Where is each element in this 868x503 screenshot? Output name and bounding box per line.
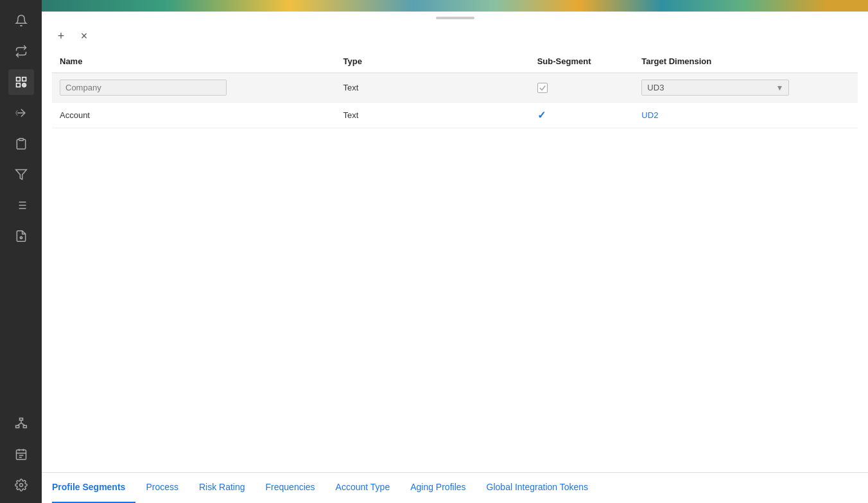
report-view-icon[interactable] — [8, 223, 34, 249]
main-area: + × Name Type Sub-Segment Target Dimensi… — [42, 0, 868, 503]
target-cell[interactable]: UD3 ▼ — [634, 73, 858, 103]
table-container: Name Type Sub-Segment Target Dimension T… — [42, 50, 868, 472]
bell-icon[interactable] — [8, 8, 34, 33]
table-row[interactable]: Text UD — [52, 73, 858, 103]
chevron-down-icon: ▼ — [776, 83, 783, 92]
filter-icon[interactable] — [8, 162, 34, 187]
content-area: + × Name Type Sub-Segment Target Dimensi… — [42, 12, 868, 503]
svg-rect-2 — [16, 83, 20, 87]
svg-point-28 — [19, 484, 22, 487]
list-icon[interactable] — [8, 192, 34, 218]
tab-aging-profiles[interactable]: Aging Profiles — [400, 473, 476, 504]
subsegment-checkmark: ✓ — [537, 109, 546, 121]
top-banner — [42, 0, 868, 12]
sync-icon[interactable] — [8, 38, 34, 64]
transfer-icon[interactable] — [8, 100, 34, 126]
tab-frequencies[interactable]: Frequencies — [256, 473, 326, 504]
name-cell: Account — [52, 103, 336, 128]
col-header-target: Target Dimension — [634, 50, 858, 73]
drag-handle-bar — [436, 17, 474, 19]
subseg-cell[interactable]: ✓ — [530, 103, 634, 128]
target-select-value: UD3 — [647, 83, 776, 92]
svg-rect-7 — [19, 139, 23, 141]
target-cell: UD2 — [634, 103, 858, 128]
col-header-type: Type — [336, 50, 530, 73]
svg-rect-1 — [22, 78, 26, 81]
gear-icon[interactable] — [8, 472, 34, 498]
svg-rect-22 — [16, 450, 26, 459]
remove-button[interactable]: × — [75, 27, 93, 45]
table-row[interactable]: Account Text ✓ UD2 — [52, 103, 858, 128]
svg-marker-8 — [15, 170, 26, 180]
tab-account-type[interactable]: Account Type — [326, 473, 401, 504]
toolbar: + × — [42, 22, 868, 50]
tab-risk-rating[interactable]: Risk Rating — [189, 473, 256, 504]
sidebar — [0, 0, 42, 503]
bottom-tabs: Profile Segments Process Risk Rating Fre… — [42, 472, 868, 503]
svg-rect-17 — [15, 425, 19, 427]
target-link[interactable]: UD2 — [641, 110, 658, 120]
type-cell: Text — [336, 73, 530, 103]
name-input[interactable] — [60, 80, 227, 96]
calendar-icon[interactable] — [8, 441, 34, 467]
subseg-cell[interactable] — [530, 73, 634, 103]
col-header-name: Name — [52, 50, 336, 73]
svg-rect-18 — [23, 425, 26, 427]
network-icon[interactable] — [8, 411, 34, 436]
col-header-subseg: Sub-Segment — [530, 50, 634, 73]
target-select-wrapper[interactable]: UD3 ▼ — [641, 80, 789, 96]
type-cell: Text — [336, 103, 530, 128]
svg-rect-0 — [16, 78, 20, 81]
profile-config-icon[interactable] — [8, 69, 34, 95]
subsegment-checkbox[interactable] — [537, 83, 548, 93]
clipboard-icon[interactable] — [8, 131, 34, 157]
segments-table: Name Type Sub-Segment Target Dimension T… — [52, 50, 858, 128]
tab-process[interactable]: Process — [135, 473, 189, 504]
tab-profile-segments[interactable]: Profile Segments — [52, 473, 135, 504]
tab-global-integration-tokens[interactable]: Global Integration Tokens — [476, 473, 599, 504]
name-cell[interactable] — [52, 73, 336, 103]
drag-handle — [42, 12, 868, 22]
svg-rect-16 — [19, 418, 22, 420]
add-button[interactable]: + — [52, 27, 70, 45]
